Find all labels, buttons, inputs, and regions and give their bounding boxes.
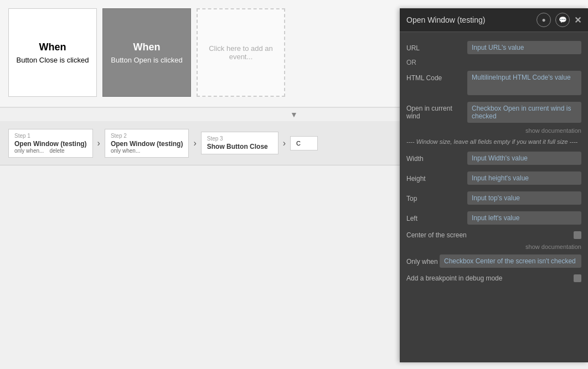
top-label: Top [406, 191, 467, 202]
top-row: Top Input top's value [400, 188, 588, 208]
open-current-wind-label: Open in current wind [406, 105, 467, 120]
event-card-open[interactable]: When Button Open is clicked [102, 8, 191, 97]
top-input[interactable]: Input top's value [467, 191, 581, 205]
step-2-label: Step 2 [111, 133, 183, 139]
only-when-label: Only when [406, 254, 440, 266]
step-1-box[interactable]: Step 1 Open Window (testing) only when..… [8, 129, 93, 158]
close-icon-button[interactable]: ✕ [574, 15, 581, 25]
left-label: Left [406, 211, 467, 222]
caret-icon: ▼ [290, 110, 298, 119]
open-current-wind-input[interactable]: Checkbox Open in current wind is checked [467, 102, 581, 123]
panel-body: URL Input URL's value OR HTML Code Multi… [400, 32, 588, 291]
width-row: Width Input Width's value [400, 148, 588, 168]
left-row: Left Input left's value [400, 208, 588, 228]
event-card-close-when: When [39, 41, 66, 53]
step-4-partial[interactable]: C [290, 136, 318, 150]
step-3-box[interactable]: Step 3 Show Button Close [201, 132, 278, 154]
event-card-close[interactable]: When Button Close is clicked [8, 8, 97, 97]
center-screen-checkbox[interactable] [574, 231, 581, 239]
url-row: URL Input URL's value [400, 38, 588, 58]
event-card-close-text: Button Close is clicked [17, 56, 89, 64]
height-value: Input height's value [467, 171, 581, 185]
step-2-box[interactable]: Step 2 Open Window (testing) only when..… [105, 129, 189, 158]
arrow-3: › [281, 138, 287, 148]
panel-title: Open Window (testing) [406, 15, 485, 24]
debug-row: Add a breakpoint in debug mode [400, 271, 588, 285]
url-value: Input URL's value [467, 41, 581, 54]
only-when-input[interactable]: Checkbox Center of the screen isn't chec… [440, 254, 581, 268]
or-row: OR [400, 58, 588, 67]
right-panel: Open Window (testing) ● 💬 ✕ URL Input UR… [400, 8, 588, 362]
height-label: Height [406, 171, 467, 183]
event-card-open-text: Button Open is clicked [111, 56, 182, 64]
arrow-1: › [96, 138, 102, 148]
height-row: Height Input height's value [400, 168, 588, 188]
event-card-add-text: Click here to add an event... [203, 44, 278, 61]
step-2-actions: only when... [111, 148, 183, 154]
center-screen-row: Center of the screen [400, 228, 588, 242]
step-1-only-when[interactable]: only when... [14, 148, 44, 154]
only-when-row: Only when Checkbox Center of the screen … [400, 251, 588, 271]
event-card-open-when: When [133, 41, 161, 53]
show-doc-1[interactable]: show documentation [400, 126, 588, 135]
step-1-name: Open Window (testing) [14, 140, 87, 148]
only-when-value: Checkbox Center of the screen isn't chec… [440, 254, 581, 268]
step-1-delete[interactable]: delete [49, 148, 64, 154]
step-2-name: Open Window (testing) [111, 140, 183, 148]
left-input[interactable]: Input left's value [467, 211, 581, 225]
width-value: Input Width's value [467, 152, 581, 165]
html-code-row: HTML Code MultilineInput HTML Code's val… [400, 67, 588, 98]
arrow-2: › [192, 138, 198, 148]
url-input[interactable]: Input URL's value [467, 41, 581, 54]
chat-icon: 💬 [559, 16, 567, 24]
event-card-add[interactable]: Click here to add an event... [197, 8, 285, 97]
html-code-value: MultilineInput HTML Code's value [467, 71, 581, 95]
open-current-wind-row: Open in current wind Checkbox Open in cu… [400, 98, 588, 126]
open-current-wind-value: Checkbox Open in current wind is checked [467, 102, 581, 123]
step-3-label: Step 3 [207, 136, 272, 142]
chat-icon-button[interactable]: 💬 [555, 13, 570, 27]
center-screen-label: Center of the screen [406, 231, 574, 239]
debug-label: Add a breakpoint in debug mode [406, 274, 574, 282]
left-value: Input left's value [467, 211, 581, 225]
top-value: Input top's value [467, 191, 581, 205]
panel-header: Open Window (testing) ● 💬 ✕ [400, 8, 588, 32]
html-code-label: HTML Code [406, 71, 467, 82]
step-4-text: C [296, 140, 301, 147]
step-3-name: Show Button Close [207, 143, 272, 150]
step-2-only-when[interactable]: only when... [111, 148, 140, 154]
step-1-actions: only when... delete [14, 148, 87, 154]
url-label: URL [406, 41, 467, 52]
html-code-input[interactable]: MultilineInput HTML Code's value [467, 71, 581, 95]
debug-checkbox[interactable] [574, 274, 581, 282]
height-input[interactable]: Input height's value [467, 171, 581, 185]
width-input[interactable]: Input Width's value [467, 152, 581, 165]
or-label: OR [406, 59, 416, 66]
panel-header-icons: ● 💬 ✕ [537, 13, 581, 27]
width-label: Width [406, 152, 467, 163]
step-1-label: Step 1 [14, 133, 87, 139]
show-doc-2[interactable]: show documentation [400, 242, 588, 251]
window-size-note: ---- Window size, leave all fields empty… [400, 135, 588, 148]
user-icon-button[interactable]: ● [537, 13, 551, 27]
user-icon: ● [541, 16, 545, 24]
